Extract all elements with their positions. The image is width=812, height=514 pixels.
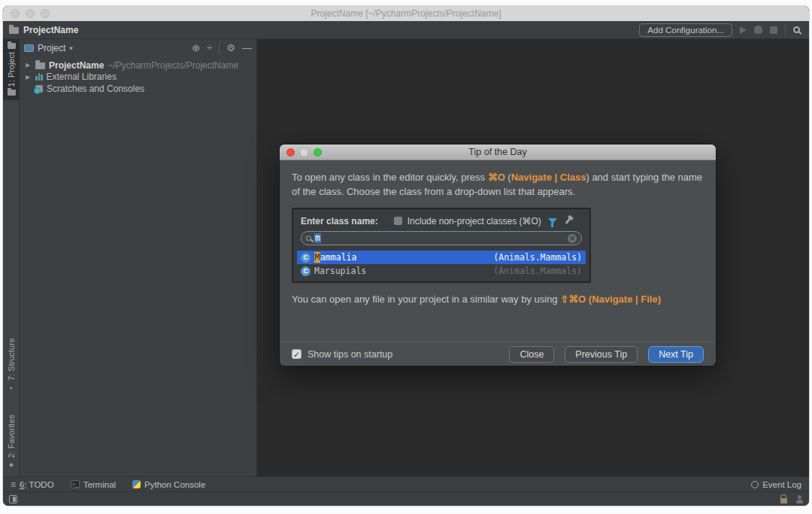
python-icon bbox=[132, 480, 141, 488]
tip-intro-text: To open any class in the editor quickly,… bbox=[292, 170, 704, 199]
project-tab-folder-icon bbox=[8, 90, 16, 96]
include-non-project-checkbox bbox=[394, 217, 402, 225]
search-everywhere-icon[interactable] bbox=[793, 26, 800, 33]
navigation-bar[interactable]: ProjectName bbox=[9, 25, 78, 35]
expand-arrow-icon[interactable]: ▶ bbox=[26, 62, 32, 68]
show-tips-checkbox[interactable]: ✓ bbox=[292, 349, 301, 359]
desktop: ProjectName [~/PycharmProjects/ProjectNa… bbox=[0, 0, 812, 514]
project-tree: ▶ ProjectName ~/PycharmProjects/ProjectN… bbox=[20, 56, 256, 95]
tip-of-the-day-dialog: Tip of the Day To open any class in the … bbox=[280, 144, 716, 366]
list-item-mammalia: C Mammalia (Animals.Mammals) bbox=[297, 251, 586, 264]
tree-row-project-root[interactable]: ▶ ProjectName ~/PycharmProjects/ProjectN… bbox=[20, 59, 256, 71]
search-input-value: m bbox=[314, 233, 321, 243]
project-view-icon bbox=[24, 44, 34, 52]
scratches-icon bbox=[35, 85, 43, 93]
class-icon: C bbox=[301, 266, 311, 276]
dialog-close-icon[interactable] bbox=[286, 148, 295, 157]
class-qualifier: (Animals.Mammals) bbox=[493, 252, 582, 263]
tree-row-external-libraries[interactable]: ▶ External Libraries bbox=[20, 71, 256, 84]
chevron-down-icon[interactable]: ▾ bbox=[69, 44, 73, 52]
libraries-icon bbox=[35, 73, 43, 81]
python-console-label: Python Console bbox=[144, 480, 205, 489]
show-tips-label[interactable]: Show tips on startup bbox=[308, 349, 392, 360]
sidebar-tab-structure[interactable]: ▪ 7: Structure bbox=[7, 333, 16, 397]
tree-root-name: ProjectName bbox=[49, 60, 104, 71]
class-name: Marsupials bbox=[314, 266, 366, 276]
folder-icon bbox=[35, 62, 45, 69]
header-divider bbox=[219, 42, 220, 54]
dialog-body: To open any class in the editor quickly,… bbox=[280, 160, 716, 342]
dialog-footer: ✓ Show tips on startup Close Previous Ti… bbox=[280, 342, 715, 366]
toolbar-divider bbox=[785, 24, 786, 36]
dialog-traffic-lights bbox=[286, 148, 322, 157]
debug-icon[interactable] bbox=[754, 26, 762, 34]
structure-tab-label: 7: Structure bbox=[7, 338, 16, 381]
event-log-button[interactable]: Event Log bbox=[751, 480, 801, 489]
previous-tip-button[interactable]: Previous Tip bbox=[565, 346, 638, 363]
todo-tool-button[interactable]: ≡ 6: TODO bbox=[11, 479, 54, 490]
locate-file-icon[interactable]: ⊕ bbox=[192, 43, 200, 53]
status-bar bbox=[3, 491, 809, 506]
class-search-field: m ✕ bbox=[301, 231, 582, 245]
hide-panel-icon[interactable]: — bbox=[242, 43, 252, 53]
class-qualifier: (Animals.Mammals) bbox=[493, 266, 582, 276]
lock-icon[interactable] bbox=[780, 498, 787, 503]
tip-outro-text: You can open any file in your project in… bbox=[292, 292, 704, 306]
event-log-label: Event Log bbox=[762, 480, 801, 489]
todo-label: 6: TODO bbox=[20, 480, 54, 489]
left-tool-stripe: 1: Project ▪ 7: Structure ★ 2: Favorites bbox=[3, 39, 20, 476]
include-non-project-label: Include non-project classes (⌘O) bbox=[408, 216, 541, 227]
collapse-all-icon[interactable]: ÷ bbox=[207, 43, 212, 53]
next-tip-button[interactable]: Next Tip bbox=[648, 346, 704, 363]
run-icon[interactable] bbox=[740, 26, 747, 34]
dialog-minimize-icon bbox=[300, 148, 308, 157]
window-title: ProjectName [~/PycharmProjects/ProjectNa… bbox=[3, 8, 809, 19]
enter-class-name-label: Enter class name: bbox=[301, 216, 378, 227]
tip-screenshot-panel: Enter class name: Include non-project cl… bbox=[292, 208, 591, 283]
structure-icon: ▪ bbox=[8, 385, 15, 392]
tree-root-path: ~/PycharmProjects/ProjectName bbox=[108, 60, 238, 71]
sidebar-tab-project[interactable]: 1: Project bbox=[3, 39, 20, 100]
python-console-tool-button[interactable]: Python Console bbox=[132, 480, 205, 489]
project-tool-window: Project ▾ ⊕ ÷ ⚙ — ▶ ProjectName bbox=[20, 39, 257, 476]
highlighting-level-icon[interactable] bbox=[796, 500, 803, 503]
dialog-zoom-icon[interactable] bbox=[314, 148, 322, 157]
event-log-icon bbox=[751, 481, 759, 488]
clear-icon: ✕ bbox=[568, 234, 577, 243]
tree-label: Scratches and Consoles bbox=[47, 84, 144, 94]
search-icon bbox=[306, 236, 311, 241]
favorites-tab-label: 2: Favorites bbox=[7, 415, 16, 458]
toggle-toolwindows-icon[interactable] bbox=[9, 495, 17, 503]
project-tab-icon bbox=[8, 43, 16, 49]
project-view-selector[interactable]: Project bbox=[38, 43, 65, 53]
star-icon: ★ bbox=[8, 461, 15, 469]
pin-icon bbox=[565, 217, 571, 224]
expand-arrow-icon[interactable]: ▶ bbox=[26, 74, 32, 81]
project-tab-label: 1: Project bbox=[7, 52, 16, 87]
close-button[interactable]: Close bbox=[509, 346, 554, 363]
class-name: Mammalia bbox=[314, 252, 356, 263]
tree-label: External Libraries bbox=[47, 71, 117, 82]
terminal-icon: >_ bbox=[71, 480, 80, 488]
sidebar-tab-favorites[interactable]: ★ 2: Favorites bbox=[7, 410, 16, 473]
stop-icon[interactable] bbox=[770, 26, 777, 34]
project-folder-icon bbox=[9, 27, 19, 34]
tree-row-scratches[interactable]: ▶ Scratches and Consoles bbox=[20, 83, 256, 95]
class-suggestion-list: C Mammalia (Animals.Mammals) C Marsupial… bbox=[297, 251, 586, 278]
terminal-label: Terminal bbox=[83, 480, 116, 489]
project-panel-header: Project ▾ ⊕ ÷ ⚙ — bbox=[20, 39, 256, 56]
todo-icon: ≡ bbox=[11, 479, 16, 490]
filter-icon bbox=[548, 218, 557, 224]
terminal-tool-button[interactable]: >_ Terminal bbox=[71, 480, 116, 489]
gear-icon[interactable]: ⚙ bbox=[226, 43, 235, 53]
add-configuration-button[interactable]: Add Configuration... bbox=[639, 23, 732, 37]
dialog-titlebar: Tip of the Day bbox=[280, 144, 716, 160]
breadcrumb-project-name[interactable]: ProjectName bbox=[23, 25, 78, 35]
tool-window-bar: ≡ 6: TODO >_ Terminal Python Console Eve… bbox=[3, 476, 809, 491]
ide-toolbar: ProjectName Add Configuration... bbox=[3, 21, 809, 39]
window-titlebar: ProjectName [~/PycharmProjects/ProjectNa… bbox=[3, 6, 809, 21]
dialog-title: Tip of the Day bbox=[280, 147, 716, 157]
class-icon: C bbox=[301, 253, 311, 263]
list-item-marsupials: C Marsupials (Animals.Mammals) bbox=[297, 264, 586, 278]
